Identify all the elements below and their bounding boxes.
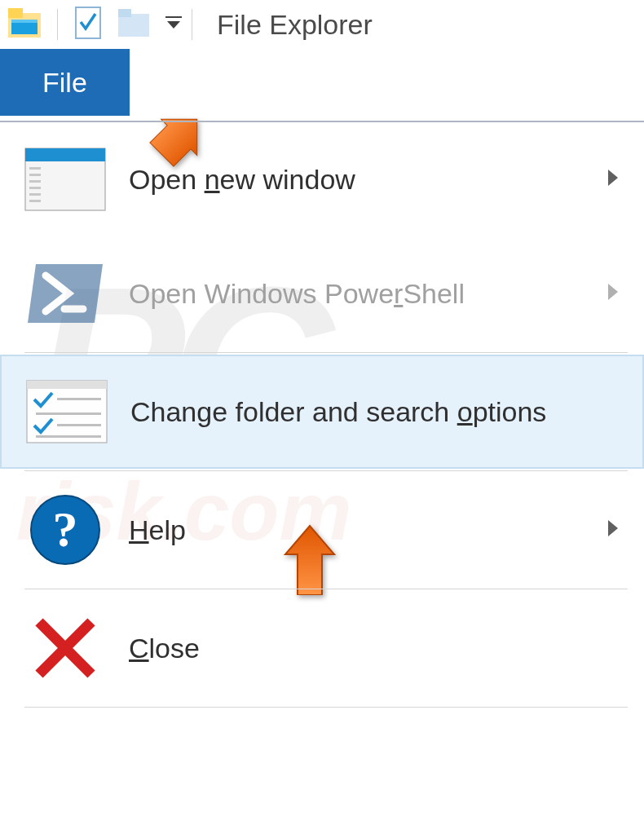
menu-item-help[interactable]: ? Help [0,473,644,587]
svg-rect-5 [118,14,149,37]
powershell-icon [24,261,106,326]
svg-rect-17 [27,381,107,389]
options-icon [26,379,108,444]
svg-rect-15 [29,200,41,202]
menu-label: Change folder and search options [130,396,626,428]
tab-file[interactable]: File [0,49,130,116]
svg-rect-21 [36,435,101,438]
separator [192,9,192,40]
dropdown-icon[interactable] [165,16,182,33]
svg-rect-12 [29,180,41,183]
svg-rect-1 [8,8,23,18]
svg-rect-7 [165,16,182,18]
menu-item-close[interactable]: Close [0,591,644,705]
properties-icon[interactable] [74,6,102,43]
window-title: File Explorer [217,9,373,41]
menu-divider [24,707,628,708]
svg-rect-9 [25,148,105,161]
svg-rect-19 [36,412,101,415]
menu-item-open-powershell: Open Windows PowerShell [0,236,644,351]
svg-rect-18 [57,398,101,400]
menu-divider [24,589,628,589]
svg-rect-10 [29,167,41,170]
svg-rect-16 [27,381,107,443]
chevron-right-icon [607,518,620,541]
menu-label: Help [129,514,607,546]
menu-label: Close [129,633,628,664]
svg-text:?: ? [53,501,78,557]
file-menu: Open new window Open Windows PowerShell [0,122,644,708]
svg-rect-11 [29,174,41,176]
ribbon-tab-bar: File [0,49,644,122]
titlebar: File Explorer [0,0,644,49]
svg-rect-13 [29,187,41,189]
close-icon [24,615,106,681]
menu-label: Open Windows PowerShell [129,278,607,310]
menu-label: Open new window [129,164,607,196]
chevron-right-icon [607,168,620,191]
menu-item-open-new-window[interactable]: Open new window [0,122,644,236]
svg-rect-3 [11,20,37,23]
separator [57,9,58,40]
svg-rect-14 [29,193,41,196]
help-icon: ? [24,497,106,562]
chevron-right-icon [607,282,620,305]
file-explorer-icon [8,8,41,41]
window-icon [24,147,106,212]
svg-rect-20 [57,424,101,426]
quick-access-toolbar [8,6,182,43]
menu-item-change-folder-options[interactable]: Change folder and search options [0,355,644,469]
new-folder-icon[interactable] [118,9,149,40]
svg-rect-6 [118,9,131,17]
menu-divider [24,470,628,471]
menu-divider [24,352,628,353]
